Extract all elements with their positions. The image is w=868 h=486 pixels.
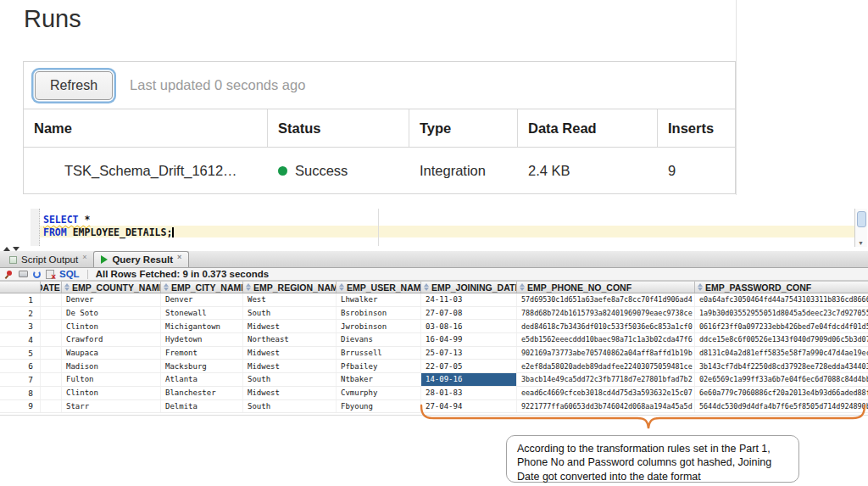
grid-cell[interactable]: 4 — [0, 333, 41, 346]
grid-cell[interactable]: Fremont — [161, 347, 243, 360]
grid-cell[interactable]: Midwest — [243, 320, 337, 332]
grid-header-emp_user_name[interactable]: EMP_USER_NAME — [337, 282, 421, 293]
grid-cell[interactable]: e5db1562eeecddd10baec98a71c1a3b02cda47f6 — [517, 333, 695, 346]
grid-cell[interactable] — [41, 400, 62, 413]
grid-cell[interactable]: Delmita — [161, 400, 243, 413]
refresh-query-icon[interactable] — [33, 271, 41, 278]
grid-header-emp_region_name[interactable]: EMP_REGION_NAME — [243, 282, 337, 293]
grid-cell[interactable]: e2ef8da58020adeb89dadfee22403075059481ce — [517, 360, 695, 372]
grid-cell[interactable]: 0616f23ff0a097233ebb426bed7e04fdcd4f01d5 — [695, 320, 868, 332]
tab-script-output[interactable]: Script Output × — [3, 252, 93, 267]
grid-header-rownum[interactable] — [0, 282, 41, 293]
splitter-down-icon[interactable] — [13, 247, 19, 251]
grid-cell[interactable]: Macksburg — [161, 360, 243, 372]
grid-cell[interactable]: 8 — [0, 387, 41, 399]
grid-cell[interactable]: 1a9b30d03552955051d8045a5deec23c7d927055 — [695, 307, 868, 320]
grid-cell[interactable]: Michigantown — [161, 320, 243, 332]
grid-cell[interactable]: Ntbaker — [337, 373, 421, 386]
grid-cell[interactable]: 6e60a779c7060886cf20a2013e4b93d66aded88f — [695, 387, 868, 399]
editor-scrollbar[interactable]: ▼ — [854, 209, 867, 247]
run-name-cell[interactable]: TSK_Schema_Drift_1612… — [24, 163, 268, 179]
grid-cell[interactable]: 9 — [0, 400, 41, 413]
sql-line-2[interactable]: FROM EMPLOYEE_DETAILS; — [43, 226, 174, 238]
grid-cell[interactable]: Fulton — [62, 373, 161, 386]
grid-cell[interactable]: Denver — [161, 293, 243, 306]
grid-cell[interactable] — [41, 360, 62, 372]
grid-cell[interactable] — [41, 307, 62, 320]
grid-cell[interactable] — [41, 320, 62, 332]
grid-cell[interactable]: Clinton — [62, 387, 161, 399]
grid-cell[interactable]: Stonewall — [161, 307, 243, 320]
grid-cell[interactable]: Atlanta — [161, 373, 243, 386]
grid-header-emp_password_conf[interactable]: EMP_PASSWORD_CONF — [695, 282, 868, 293]
grid-cell[interactable]: 7 — [0, 373, 41, 386]
grid-cell[interactable]: De Soto — [62, 307, 161, 320]
tab-query-result-close-icon[interactable]: × — [177, 253, 181, 261]
grid-cell[interactable]: ded84618c7b3436df010c533f5036e6c853a1cf0 — [517, 320, 695, 332]
grid-cell[interactable]: Midwest — [243, 360, 337, 372]
grid-cell[interactable]: d8131c04a2d81eff5835e58f7a990c47d4ae19ec — [695, 347, 868, 360]
grid-cell[interactable] — [41, 347, 62, 360]
grid-header-emp_joining_date[interactable]: EMP_JOINING_DATE — [421, 282, 517, 293]
pin-icon[interactable] — [4, 270, 14, 279]
grid-cell[interactable]: 27-04-94 — [421, 400, 517, 413]
grid-cell[interactable]: 902169a73773abe705740862a04aff8affd1b19b — [517, 347, 695, 360]
grid-cell[interactable]: Denver — [62, 293, 161, 306]
grid-cell[interactable] — [41, 373, 62, 386]
grid-cell[interactable]: 3 — [0, 320, 41, 332]
grid-header-date_clipped[interactable]: DATE — [41, 282, 62, 293]
grid-cell[interactable]: 5644dc530d9d4dfa4b7f6e5f8505d714d924890b — [695, 400, 868, 413]
sql-link[interactable]: SQL — [59, 269, 80, 279]
runs-table-row[interactable]: TSK_Schema_Drift_1612… Success Integrati… — [24, 148, 735, 193]
grid-cell[interactable] — [41, 333, 62, 346]
grid-cell[interactable]: 6 — [0, 360, 41, 372]
grid-cell[interactable]: 27-07-08 — [421, 307, 517, 320]
grid-cell[interactable]: Midwest — [243, 387, 337, 399]
grid-cell[interactable]: West — [243, 293, 337, 306]
grid-cell[interactable]: South — [243, 307, 337, 320]
grid-cell[interactable]: 16-04-99 — [421, 333, 517, 346]
splitter-up-icon[interactable] — [3, 247, 10, 251]
grid-cell[interactable]: 1 — [0, 293, 41, 306]
grid-cell[interactable]: Starr — [62, 400, 161, 413]
grid-cell[interactable] — [41, 293, 62, 306]
grid-cell[interactable]: 57d69530c1d651a63aefe8a7c8cc70f41d906ad4 — [517, 293, 695, 306]
grid-cell[interactable]: Northeast — [243, 333, 337, 346]
grid-cell[interactable]: 25-07-13 — [421, 347, 517, 360]
grid-cell[interactable]: Madison — [62, 360, 161, 372]
grid-cell[interactable]: South — [243, 400, 337, 413]
grid-cell[interactable]: 3b143cf7db4f2250d8cd37928ee728edda434403 — [695, 360, 868, 372]
grid-cell[interactable] — [41, 387, 62, 399]
grid-cell[interactable]: Hydetown — [161, 333, 243, 346]
delete-grid-icon[interactable]: × — [46, 270, 54, 279]
grid-cell[interactable]: Pfbailey — [337, 360, 421, 372]
grid-cell[interactable]: 5 — [0, 347, 41, 360]
tab-script-output-close-icon[interactable]: × — [82, 253, 86, 261]
scrollbar-thumb[interactable] — [857, 211, 866, 227]
grid-cell[interactable]: 3bacb14e49ca5dd72c3fb7718d7e27801bfad7b2 — [517, 373, 695, 386]
grid-cell[interactable]: Cvmurphy — [337, 387, 421, 399]
grid-cell[interactable]: 28-01-83 — [421, 387, 517, 399]
grid-cell[interactable]: Clinton — [62, 320, 161, 332]
grid-cell[interactable]: Lhwalker — [337, 293, 421, 306]
grid-cell[interactable]: Bsrobinson — [337, 307, 421, 320]
grid-cell[interactable]: eead6c4669cfceb3018cd4d75d3a593632e15c07 — [517, 387, 695, 399]
grid-cell[interactable]: 2 — [0, 307, 41, 320]
grid-header-emp_city_name[interactable]: EMP_CITY_NAME — [161, 282, 243, 293]
grid-cell[interactable]: Fbyoung — [337, 400, 421, 413]
grid-cell[interactable]: Midwest — [243, 347, 337, 360]
grid-header-emp_phone_no_conf[interactable]: EMP_PHONE_NO_CONF — [517, 282, 695, 293]
sql-line-1[interactable]: SELECT * — [43, 214, 90, 226]
grid-cell[interactable]: ddce15e8c6f00526e1343f040d7909d06c5b3d07 — [695, 333, 868, 346]
grid-cell[interactable]: Crawford — [62, 333, 161, 346]
tab-query-result[interactable]: Query Result × — [93, 251, 189, 267]
grid-cell[interactable]: e0a64afc3050464fd44a7543103311b836cd8666 — [695, 293, 868, 306]
printer-icon[interactable] — [19, 271, 28, 277]
grid-cell[interactable]: 788d68b724b1615793a82401969079eaec9738ce — [517, 307, 695, 320]
grid-cell[interactable]: Brrussell — [337, 347, 421, 360]
grid-cell[interactable]: 14-09-16 — [421, 373, 517, 386]
grid-cell[interactable]: South — [243, 373, 337, 386]
grid-cell[interactable]: 03-08-16 — [421, 320, 517, 332]
grid-cell[interactable]: 22-07-05 — [421, 360, 517, 372]
scrollbar-down-arrow-icon[interactable]: ▼ — [858, 240, 864, 247]
